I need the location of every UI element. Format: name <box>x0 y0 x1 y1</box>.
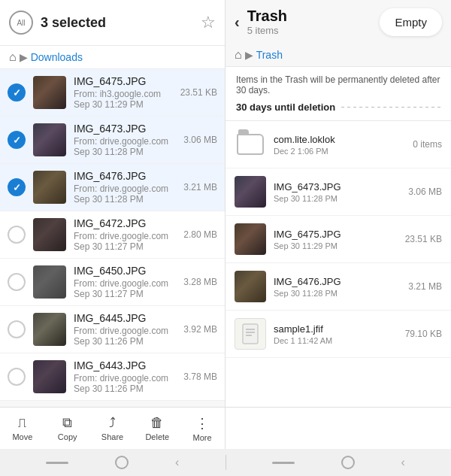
toolbar-share-label: Share <box>101 432 123 441</box>
trash-file-item[interactable]: com.lite.loklokDec 2 1:06 PM0 items <box>226 121 451 168</box>
toolbar-copy-button[interactable]: ⧉Copy <box>45 408 90 449</box>
file-size: 3.28 MB <box>183 277 217 287</box>
breadcrumb-trash[interactable]: Trash <box>256 49 283 61</box>
file-date: Sep 30 11:26 PM <box>74 384 176 394</box>
file-size: 2.80 MB <box>183 229 217 240</box>
nav-circle-left[interactable] <box>115 456 129 469</box>
nav-right: ‹ <box>226 456 452 469</box>
toolbar-delete-button[interactable]: 🗑Delete <box>135 408 180 449</box>
file-source: From: drive.google.com <box>74 136 176 147</box>
file-info: IMG_6473.JPGFrom: drive.google.comSep 30… <box>74 123 176 157</box>
trash-file-date: Dec 2 1:06 PM <box>274 147 405 156</box>
file-item[interactable]: IMG_6472.JPGFrom: drive.google.comSep 30… <box>0 211 225 259</box>
trash-file-size: 23.51 KB <box>405 234 442 244</box>
right-breadcrumb: ⌂ ▶ Trash <box>226 44 451 67</box>
trash-file-list: com.lite.loklokDec 2 1:06 PM0 itemsIMG_6… <box>226 121 451 407</box>
file-source: From: drive.google.com <box>74 373 176 384</box>
file-name: IMG_6443.JPG <box>74 359 176 371</box>
toolbar-move-button[interactable]: ⎍Move <box>0 408 45 449</box>
star-icon[interactable]: ☆ <box>201 13 216 32</box>
file-thumbnail <box>33 265 66 299</box>
trash-item-count: 5 items <box>247 25 373 36</box>
file-date: Sep 30 11:28 PM <box>74 147 176 157</box>
breadcrumb-downloads[interactable]: Downloads <box>31 51 83 63</box>
trash-file-info: IMG_6475.JPGSep 30 11:29 PM <box>274 229 398 250</box>
file-source: From: drive.google.com <box>74 183 176 194</box>
trash-file-name: com.lite.loklok <box>274 134 405 145</box>
toolbar-move-label: Move <box>12 432 32 441</box>
left-breadcrumb: ⌂ ▶ Downloads <box>0 46 225 69</box>
file-thumbnail <box>33 171 66 204</box>
file-list: IMG_6475.JPGFrom: ih3.google.comSep 30 1… <box>0 69 225 407</box>
left-panel: All 3 selected ☆ ⌂ ▶ Downloads IMG_6475.… <box>0 0 226 407</box>
file-checkbox[interactable] <box>8 226 26 244</box>
right-panel: ‹ Trash 5 items Empty ⌂ ▶ Trash Items in… <box>226 0 451 407</box>
file-item[interactable]: IMG_6445.JPGFrom: drive.google.comSep 30… <box>0 306 225 353</box>
trash-breadcrumb-arrow: ▶ <box>245 49 253 61</box>
file-checkbox[interactable] <box>8 273 26 291</box>
trash-file-name: sample1.jfif <box>274 323 398 335</box>
file-size: 3.78 MB <box>183 371 217 382</box>
nav-pill-left <box>46 462 68 464</box>
trash-file-info: IMG_6476.JPGSep 30 11:28 PM <box>274 276 401 298</box>
empty-trash-button[interactable]: Empty <box>380 8 442 36</box>
file-info: IMG_6443.JPGFrom: drive.google.comSep 30… <box>74 359 176 394</box>
toolbar-share-button[interactable]: ⤴Share <box>90 408 135 449</box>
file-date: Sep 30 11:27 PM <box>74 241 176 252</box>
file-source: From: drive.google.com <box>74 278 176 289</box>
file-info: IMG_6475.JPGFrom: ih3.google.comSep 30 1… <box>74 75 173 110</box>
file-item[interactable]: IMG_6443.JPGFrom: drive.google.comSep 30… <box>0 353 225 401</box>
trash-header-info: Trash 5 items <box>247 8 373 36</box>
file-checkbox[interactable] <box>8 131 26 149</box>
trash-info-text: Items in the Trash will be permanently d… <box>236 74 440 96</box>
nav-circle-right[interactable] <box>341 456 355 469</box>
trash-file-info: com.lite.loklokDec 2 1:06 PM <box>274 134 405 156</box>
file-checkbox[interactable] <box>8 320 26 338</box>
file-info: IMG_6445.JPGFrom: drive.google.comSep 30… <box>74 312 176 347</box>
file-item[interactable]: IMG_6475.JPGFrom: ih3.google.comSep 30 1… <box>0 69 225 117</box>
file-name: IMG_6472.JPG <box>74 217 176 229</box>
trash-file-size: 0 items <box>413 139 442 150</box>
select-all-checkbox[interactable]: All <box>9 11 33 35</box>
file-thumbnail <box>33 76 66 109</box>
file-thumbnail <box>33 123 66 156</box>
nav-back-right[interactable]: ‹ <box>401 456 405 469</box>
file-item[interactable]: IMG_6473.JPGFrom: drive.google.comSep 30… <box>0 117 225 164</box>
file-checkbox[interactable] <box>8 368 26 386</box>
right-header: ‹ Trash 5 items Empty <box>226 0 451 44</box>
trash-file-item[interactable]: IMG_6475.JPGSep 30 11:29 PM23.51 KB <box>226 216 451 263</box>
more-icon: ⋮ <box>195 415 209 432</box>
trash-file-size: 3.06 MB <box>408 186 442 197</box>
file-name: IMG_6473.JPG <box>74 123 176 135</box>
trash-file-size: 79.10 KB <box>405 329 442 339</box>
file-source: From: drive.google.com <box>74 231 176 241</box>
file-item[interactable]: IMG_6476.JPGFrom: drive.google.comSep 30… <box>0 164 225 211</box>
trash-file-item[interactable]: IMG_6473.JPGSep 30 11:28 PM3.06 MB <box>226 168 451 216</box>
file-size: 23.51 KB <box>180 87 217 98</box>
folder-icon <box>237 134 264 155</box>
file-checkbox[interactable] <box>8 83 26 102</box>
trash-file-info: sample1.jfifDec 1 11:42 AM <box>274 323 398 345</box>
back-arrow-icon[interactable]: ‹ <box>235 14 240 31</box>
nav-back-left[interactable]: ‹ <box>175 456 179 469</box>
file-checkbox[interactable] <box>8 178 26 196</box>
file-name: IMG_6476.JPG <box>74 170 176 182</box>
file-size: 3.21 MB <box>183 182 217 193</box>
file-date: Sep 30 11:26 PM <box>74 336 176 347</box>
trash-home-icon[interactable]: ⌂ <box>235 48 242 62</box>
trash-file-name: IMG_6473.JPG <box>274 181 401 193</box>
toolbar-more-button[interactable]: ⋮More <box>180 408 225 449</box>
file-date: Sep 30 11:28 PM <box>74 194 176 205</box>
file-size: 3.92 MB <box>183 324 217 335</box>
home-icon[interactable]: ⌂ <box>9 50 17 64</box>
breadcrumb-arrow: ▶ <box>20 51 28 63</box>
trash-file-item[interactable]: sample1.jfifDec 1 11:42 AM79.10 KB <box>226 311 451 358</box>
trash-file-date: Dec 1 11:42 AM <box>274 336 398 345</box>
trash-file-item[interactable]: IMG_6476.JPGSep 30 11:28 PM3.21 MB <box>226 263 451 311</box>
trash-info-box: Items in the Trash will be permanently d… <box>226 67 451 121</box>
file-date: Sep 30 11:29 PM <box>74 99 173 110</box>
file-item[interactable]: IMG_6450.JPGFrom: drive.google.comSep 30… <box>0 259 225 306</box>
file-thumbnail <box>33 218 66 251</box>
selected-count: 3 selected <box>41 15 193 31</box>
left-header: All 3 selected ☆ <box>0 0 225 46</box>
